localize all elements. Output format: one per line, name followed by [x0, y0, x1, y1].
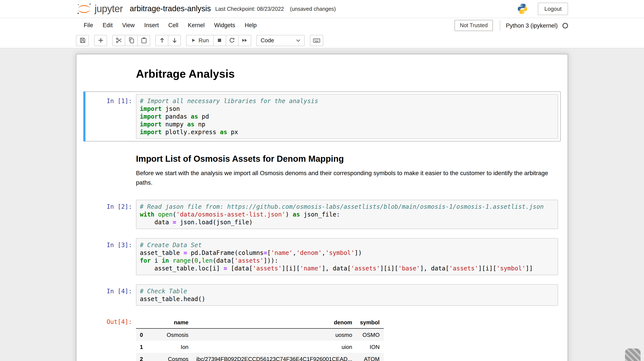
insert-cell-below-button[interactable]	[94, 35, 107, 46]
menu-help[interactable]: Help	[240, 18, 262, 33]
menubar: File Edit View Insert Cell Kernel Widget…	[0, 18, 644, 33]
command-palette-button[interactable]	[310, 35, 323, 46]
cell-type-value: Code	[261, 37, 274, 43]
output-prompt-4: Out[4]:	[86, 315, 136, 361]
add-cell-icon	[97, 37, 104, 43]
input-prompt-3: In [3]:	[86, 238, 136, 275]
menu-cell[interactable]: Cell	[164, 18, 183, 33]
paste-icon	[140, 37, 147, 43]
input-prompt-2: In [2]:	[86, 200, 136, 229]
code-editor-1[interactable]: # Import all necessary libraries for the…	[136, 94, 558, 139]
move-cell-up-button[interactable]	[156, 35, 168, 46]
copy-icon	[128, 37, 134, 43]
move-up-icon	[159, 37, 165, 43]
menu-edit[interactable]: Edit	[98, 18, 118, 33]
markdown-prompt-spacer	[86, 65, 136, 85]
keyboard-icon	[313, 37, 320, 43]
code-cell-4[interactable]: In [4]: # Check Tableasset_table.head()	[83, 282, 561, 308]
move-down-icon	[171, 37, 178, 43]
notebook-container: Arbitrage Analysis In [1]: # Import all …	[76, 54, 568, 361]
code-cell-1[interactable]: In [1]: # Import all necessary libraries…	[83, 91, 561, 141]
run-icon	[191, 37, 196, 43]
notebook-h2: Import List of Osmosis Assets for Denom …	[136, 154, 555, 164]
jupyter-app: jupyter arbitrage-trades-anlysis Last Ch…	[0, 0, 644, 361]
kernel-idle-icon	[562, 23, 568, 28]
menu-file[interactable]: File	[79, 18, 98, 33]
restart-kernel-icon	[229, 37, 236, 43]
kernel-indicator-block: Python 3 (ipykernel)	[500, 20, 568, 31]
restart-run-all-button[interactable]	[238, 35, 251, 46]
input-prompt-4: In [4]:	[86, 284, 136, 306]
code-editor-2[interactable]: # Read jason file from: https://github.c…	[136, 200, 558, 229]
interrupt-kernel-button[interactable]	[213, 35, 226, 46]
copy-cell-button[interactable]	[125, 35, 138, 46]
cell-type-select[interactable]: Code	[256, 35, 305, 46]
markdown-paragraph: Before we start with the analysis we imp…	[136, 168, 555, 187]
jupyter-logo-icon	[76, 2, 92, 15]
chevron-down-icon	[296, 39, 300, 42]
paste-cell-button[interactable]	[137, 35, 150, 46]
python-logo-icon	[517, 3, 528, 15]
restart-run-all-icon	[242, 37, 248, 43]
save-icon	[79, 37, 86, 43]
notebook-h1: Arbitrage Analysis	[136, 67, 555, 81]
menu-widgets[interactable]: Widgets	[209, 18, 240, 33]
checkpoint-status: Last Checkpoint: 08/23/2022	[215, 6, 284, 12]
jupyter-logo-text: jupyter	[94, 3, 123, 15]
not-trusted-button[interactable]: Not Trusted	[455, 20, 493, 31]
autosave-status: (unsaved changes)	[290, 6, 336, 12]
restart-kernel-button[interactable]	[226, 35, 239, 46]
markdown-cell-assets[interactable]: Import List of Osmosis Assets for Denom …	[83, 145, 561, 193]
run-button[interactable]: Run	[186, 35, 214, 46]
save-button[interactable]	[76, 35, 89, 46]
cut-icon	[116, 37, 122, 43]
code-editor-4[interactable]: # Check Tableasset_table.head()	[136, 284, 558, 306]
menu-kernel[interactable]: Kernel	[183, 18, 209, 33]
notebook-title[interactable]: arbitrage-trades-anlysis	[130, 4, 211, 13]
menu-list: File Edit View Insert Cell Kernel Widget…	[79, 18, 261, 33]
logout-button[interactable]: Logout	[538, 2, 568, 15]
kernel-name: Python 3 (ipykernel)	[506, 22, 558, 29]
markdown-cell-title[interactable]: Arbitrage Analysis	[83, 62, 561, 87]
jupyter-logo[interactable]: jupyter	[76, 2, 123, 15]
app-header: jupyter arbitrage-trades-anlysis Last Ch…	[0, 0, 644, 18]
menu-insert[interactable]: Insert	[140, 18, 164, 33]
cut-cell-button[interactable]	[112, 35, 125, 46]
output-cell-4: Out[4]: namedenomsymbol0OsmosisuosmoOSMO…	[83, 312, 561, 361]
interrupt-kernel-icon	[216, 37, 223, 43]
menu-view[interactable]: View	[118, 18, 140, 33]
move-cell-down-button[interactable]	[168, 35, 181, 46]
code-editor-3[interactable]: # Create Data Setasset_table = pd.DataFr…	[136, 238, 558, 275]
markdown-prompt-spacer	[86, 148, 136, 191]
dataframe-output: namedenomsymbol0OsmosisuosmoOSMO1Ionuion…	[136, 315, 558, 361]
notebook-site: Arbitrage Analysis In [1]: # Import all …	[0, 48, 644, 361]
code-cell-3[interactable]: In [3]: # Create Data Setasset_table = p…	[83, 236, 561, 278]
input-prompt-1: In [1]:	[86, 94, 136, 139]
run-label: Run	[198, 37, 209, 43]
corner-watermark-icon	[625, 349, 640, 361]
notebook-toolbar: Run Code	[0, 33, 644, 48]
code-cell-2[interactable]: In [2]: # Read jason file from: https://…	[83, 197, 561, 232]
